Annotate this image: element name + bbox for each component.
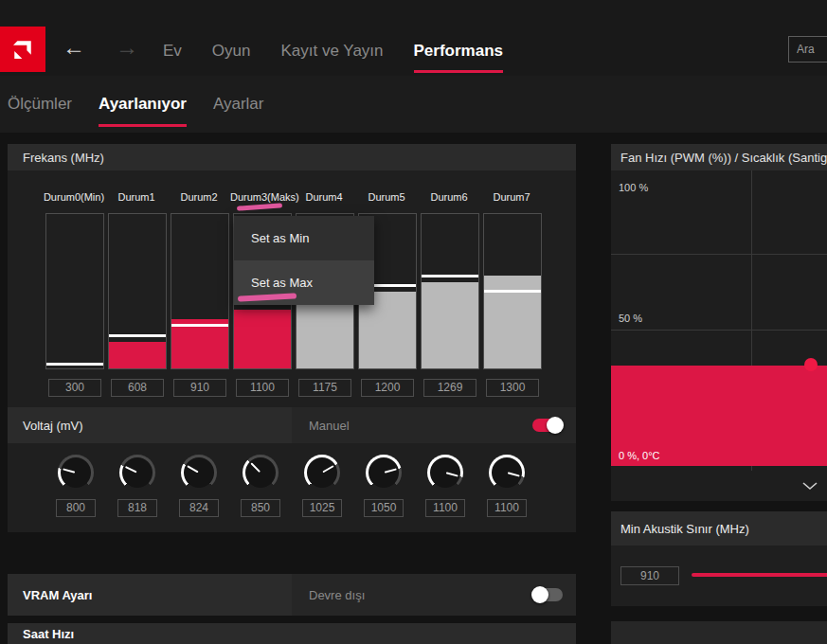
performance-subnav: ÖlçümlerAyarlanıyorAyarlar	[0, 76, 827, 133]
knob-pointer	[125, 466, 137, 473]
knob-value-0[interactable]: 800	[56, 499, 96, 517]
voltage-knob-1[interactable]	[119, 455, 155, 491]
menu-item-set-as-min[interactable]: Set as Min	[234, 216, 374, 260]
vram-toggle[interactable]	[532, 588, 563, 601]
gridline	[611, 254, 827, 255]
freq-value-6[interactable]: 1269	[423, 379, 476, 397]
knob-pointer	[508, 472, 520, 476]
frequency-title: Frekans (MHz)	[23, 151, 104, 165]
voltage-knob-5[interactable]	[366, 455, 402, 491]
vram-title: VRAM Ayarı	[23, 588, 92, 602]
bar-label-0: Durum0(Min)	[43, 191, 105, 203]
top-navigation: EvOyunKayıt ve YayınPerformans	[163, 42, 503, 61]
freq-value-2[interactable]: 910	[173, 379, 226, 397]
fan-curve-point[interactable]	[804, 358, 818, 371]
fan-curve-chart: 100 % 50 % 0 %, 0°C	[611, 170, 827, 471]
min-acoustic-title: Min Akustik Sınır (MHz)	[620, 522, 749, 536]
bar-label-3: Durum3(Maks)	[230, 191, 293, 203]
vram-status: Devre dışı	[292, 574, 576, 616]
tuning-column: Frekans (MHz) Set as MinSet as Max Durum…	[8, 144, 576, 644]
knob-pointer	[446, 472, 458, 476]
voltage-knob-4[interactable]	[304, 455, 340, 491]
freq-value-4[interactable]: 1175	[298, 379, 351, 397]
annotation-durum3-highlight	[237, 203, 282, 210]
gridline	[611, 330, 827, 331]
subnav-item-ayarlan-yor[interactable]: Ayarlanıyor	[99, 95, 187, 114]
knob-cell-6: 1100	[424, 443, 466, 532]
nav-item-oyun[interactable]: Oyun	[212, 42, 251, 61]
amd-adrenalin-window: ← → EvOyunKayıt ve YayınPerformans Ölçüm…	[0, 0, 827, 644]
voltage-mode-label: Manuel	[309, 419, 350, 433]
fan-panel-collapse[interactable]	[611, 471, 827, 501]
knob-value-2[interactable]: 824	[179, 499, 219, 517]
voltage-row: Voltaj (mV) Manuel	[8, 407, 576, 443]
freq-bar-7[interactable]	[483, 213, 542, 369]
knob-value-3[interactable]: 850	[241, 499, 280, 517]
amd-logo[interactable]	[0, 27, 45, 72]
bar-marker	[171, 324, 228, 327]
freq-bar-1[interactable]	[108, 213, 167, 369]
freq-value-3[interactable]: 1100	[236, 379, 289, 397]
knob-cell-4: 1025	[301, 443, 343, 532]
nav-item-kay-t-ve-yay-n[interactable]: Kayıt ve Yayın	[280, 42, 383, 61]
knob-pointer	[63, 468, 75, 473]
fan-axis-origin: 0 %, 0°C	[619, 450, 660, 461]
freq-bar-0[interactable]	[45, 213, 104, 369]
freq-bar-2[interactable]	[171, 213, 229, 369]
vram-label: VRAM Ayarı	[8, 574, 292, 616]
freq-bar-6[interactable]	[421, 213, 479, 369]
knob-value-6[interactable]: 1100	[425, 499, 465, 517]
knob-cell-2: 824	[178, 443, 220, 532]
freq-value-7[interactable]: 1300	[486, 379, 539, 397]
bar-marker	[484, 290, 541, 293]
bar-fill	[234, 310, 291, 368]
bar-fill	[109, 342, 166, 368]
amd-arrow-icon	[9, 35, 37, 63]
bar-marker	[422, 275, 478, 277]
voltage-knob-2[interactable]	[181, 455, 217, 491]
fan-axis-100: 100 %	[619, 182, 648, 193]
clock-panel-header: Saat Hızı	[8, 623, 576, 644]
chevron-down-icon	[801, 481, 818, 491]
freq-value-5[interactable]: 1200	[361, 379, 414, 397]
fan-title: Fan Hızı (PWM (%)) / Sıcaklık (Santigrat…	[620, 151, 827, 165]
voltage-knob-7[interactable]	[489, 455, 525, 491]
voltage-toggle[interactable]	[532, 419, 563, 432]
search-input[interactable]	[788, 36, 827, 63]
voltage-knob-row: 8008188248501025105011001100	[8, 443, 576, 532]
knob-value-5[interactable]: 1050	[364, 499, 404, 517]
fan-axis-50: 50 %	[619, 313, 642, 324]
bar-label-7: Durum7	[480, 191, 543, 203]
min-acoustic-slider[interactable]	[692, 573, 827, 577]
bar-marker	[46, 363, 103, 366]
voltage-knob-3[interactable]	[243, 455, 279, 491]
knob-pointer	[187, 465, 198, 473]
min-acoustic-header: Min Akustik Sınır (MHz)	[611, 511, 827, 546]
knob-cell-1: 818	[117, 443, 158, 532]
knob-value-7[interactable]: 1100	[487, 499, 527, 517]
voltage-label: Voltaj (mV)	[8, 407, 292, 443]
voltage-knob-0[interactable]	[58, 455, 94, 491]
knob-value-4[interactable]: 1025	[302, 499, 342, 517]
back-arrow-icon[interactable]: ←	[63, 36, 85, 59]
freq-value-1[interactable]: 608	[111, 379, 164, 397]
voltage-mode: Manuel	[292, 407, 576, 443]
bar-label-1: Durum1	[105, 191, 168, 203]
bar-label-2: Durum2	[168, 191, 230, 203]
knob-cell-0: 800	[55, 443, 97, 532]
nav-item-ev[interactable]: Ev	[163, 42, 182, 61]
knob-value-1[interactable]: 818	[117, 499, 157, 517]
forward-arrow-icon[interactable]: →	[116, 36, 138, 59]
bar-label-6: Durum6	[418, 191, 480, 203]
bar-fill	[422, 282, 478, 368]
voltage-title: Voltaj (mV)	[23, 419, 83, 433]
freq-value-0[interactable]: 300	[48, 379, 101, 397]
subnav-item-ayarlar[interactable]: Ayarlar	[213, 95, 264, 114]
frequency-panel-header: Frekans (MHz)	[8, 144, 576, 170]
min-acoustic-value[interactable]: 910	[620, 566, 679, 585]
subnav-item-l-mler[interactable]: Ölçümler	[8, 95, 72, 114]
nav-item-performans[interactable]: Performans	[414, 42, 503, 61]
bar-label-4: Durum4	[293, 191, 355, 203]
next-panel-header	[611, 621, 827, 644]
voltage-knob-6[interactable]	[427, 455, 463, 491]
